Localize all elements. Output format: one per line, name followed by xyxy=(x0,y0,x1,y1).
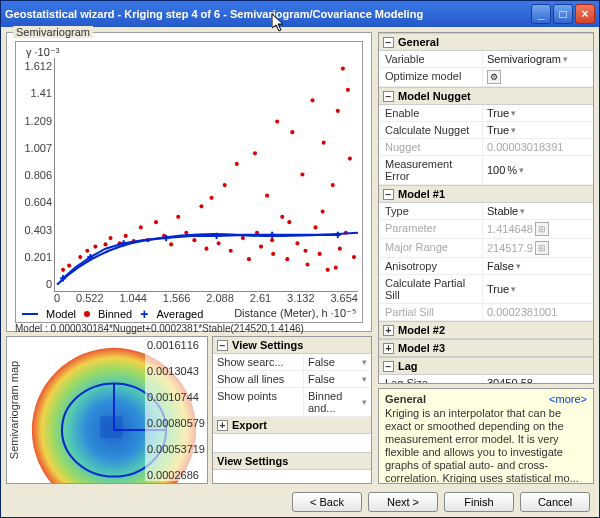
cancel-button[interactable]: Cancel xyxy=(520,492,590,512)
prop-anisotropy[interactable]: AnisotropyFalse▾ xyxy=(379,258,593,275)
next-button[interactable]: Next > xyxy=(368,492,438,512)
svg-point-37 xyxy=(305,262,309,266)
x-axis: 00.5221.0441.5662.0882.613.1323.654 xyxy=(54,292,358,306)
semivariogram-map[interactable]: 0.00161160.00130430.00107440.000805790.0… xyxy=(21,337,207,483)
prop-calc-psill[interactable]: Calculate Partial SillTrue▾ xyxy=(379,275,593,304)
collapse-icon[interactable]: − xyxy=(217,340,228,351)
svg-point-35 xyxy=(295,241,299,245)
svg-point-46 xyxy=(341,66,345,70)
prop-optimize[interactable]: Optimize model⚙ xyxy=(379,68,593,87)
prop-calc-nugget[interactable]: Calculate NuggetTrue▾ xyxy=(379,122,593,139)
setting-row[interactable]: Show pointsBinned and...▾ xyxy=(213,388,371,417)
calculator-icon[interactable]: ⊞ xyxy=(535,241,549,255)
view-settings-title: View Settings xyxy=(232,339,303,351)
svg-point-12 xyxy=(154,220,158,224)
prop-parameter[interactable]: Parameter1.414648⊞ xyxy=(379,220,593,239)
section-nugget[interactable]: −Model Nugget xyxy=(379,87,593,105)
help-more-link[interactable]: <more> xyxy=(549,393,587,405)
svg-point-30 xyxy=(271,252,275,256)
finish-button[interactable]: Finish xyxy=(444,492,514,512)
svg-point-25 xyxy=(241,236,245,240)
svg-point-6 xyxy=(109,236,113,240)
semivariogram-map-panel: Semivariogram map xyxy=(6,336,208,484)
semivariogram-panel: Semivariogram γ ·10⁻³ 1.6121.411.2091.00… xyxy=(6,32,372,332)
svg-point-32 xyxy=(280,215,284,219)
svg-point-34 xyxy=(290,130,294,134)
prop-enable[interactable]: EnableTrue▾ xyxy=(379,105,593,122)
svg-point-38 xyxy=(311,98,315,102)
optimize-button[interactable]: ⚙ xyxy=(487,70,501,84)
x-axis-title: Distance (Meter), h ·10⁻⁵ xyxy=(234,307,356,320)
collapse-icon[interactable]: − xyxy=(383,361,394,372)
y-axis: 1.6121.411.2091.0070.8060.6040.4030.2010 xyxy=(16,58,54,292)
semivariogram-label: Semivariogram xyxy=(13,26,93,38)
svg-point-8 xyxy=(124,234,128,238)
close-button[interactable]: × xyxy=(575,4,595,24)
svg-point-23 xyxy=(229,249,233,253)
svg-rect-74 xyxy=(111,416,122,427)
prop-nugget: Nugget0.00003018391 xyxy=(379,139,593,156)
section-model3[interactable]: +Model #3 xyxy=(379,339,593,357)
setting-row[interactable]: Show searc...False▾ xyxy=(213,354,371,371)
help-title: General xyxy=(385,393,426,405)
chevron-down-icon[interactable]: ▾ xyxy=(362,374,367,384)
svg-point-36 xyxy=(300,172,304,176)
svg-point-53 xyxy=(303,249,307,253)
back-button[interactable]: < Back xyxy=(292,492,362,512)
prop-meas-error[interactable]: Measurement Error100%▾ xyxy=(379,156,593,185)
wizard-buttons: < Back Next > Finish Cancel xyxy=(292,492,590,512)
svg-point-19 xyxy=(204,247,208,251)
svg-point-56 xyxy=(346,88,350,92)
calculator-icon[interactable]: ⊞ xyxy=(535,222,549,236)
collapse-icon[interactable]: − xyxy=(383,37,394,48)
svg-point-39 xyxy=(314,225,318,229)
svg-point-54 xyxy=(321,209,325,213)
chevron-down-icon: ▾ xyxy=(563,54,568,64)
svg-point-0 xyxy=(61,268,65,272)
prop-type[interactable]: TypeStable▾ xyxy=(379,203,593,220)
svg-point-31 xyxy=(275,119,279,123)
maximize-button[interactable]: □ xyxy=(553,4,573,24)
chevron-down-icon[interactable]: ▾ xyxy=(362,357,367,367)
collapse-icon[interactable]: − xyxy=(383,91,394,102)
section-general[interactable]: −General xyxy=(379,33,593,51)
title-bar: Geostatistical wizard - Kriging step 4 o… xyxy=(1,1,599,27)
svg-point-5 xyxy=(103,242,107,246)
svg-point-22 xyxy=(223,183,227,187)
svg-rect-76 xyxy=(111,427,122,438)
collapse-icon[interactable]: − xyxy=(383,189,394,200)
setting-row[interactable]: Show all linesFalse▾ xyxy=(213,371,371,388)
svg-point-18 xyxy=(199,204,203,208)
svg-point-1 xyxy=(67,263,71,267)
section-lag[interactable]: −Lag xyxy=(379,357,593,375)
map-color-values: 0.00161160.00130430.00107440.000805790.0… xyxy=(145,339,207,481)
svg-point-21 xyxy=(217,241,221,245)
prop-variable[interactable]: VariableSemivariogram▾ xyxy=(379,51,593,68)
prop-lag-size[interactable]: Lag Size30450.58 xyxy=(379,375,593,384)
prop-major-range[interactable]: Major Range214517.9⊞ xyxy=(379,239,593,258)
property-grid: −General VariableSemivariogram▾ Optimize… xyxy=(378,32,594,384)
svg-point-48 xyxy=(348,156,352,160)
svg-point-42 xyxy=(326,268,330,272)
export-title: Export xyxy=(232,419,267,431)
expand-icon[interactable]: + xyxy=(217,420,228,431)
svg-point-49 xyxy=(352,255,356,259)
prop-psill: Partial Sill0.0002381001 xyxy=(379,304,593,321)
expand-icon[interactable]: + xyxy=(383,343,394,354)
section-model2[interactable]: +Model #2 xyxy=(379,321,593,339)
svg-point-15 xyxy=(176,215,180,219)
svg-point-29 xyxy=(265,194,269,198)
section-model1[interactable]: −Model #1 xyxy=(379,185,593,203)
svg-point-52 xyxy=(287,220,291,224)
svg-point-28 xyxy=(259,244,263,248)
svg-point-44 xyxy=(336,109,340,113)
semivariogram-plot[interactable] xyxy=(54,58,358,292)
svg-point-10 xyxy=(139,225,143,229)
svg-point-26 xyxy=(247,257,251,261)
expand-icon[interactable]: + xyxy=(383,325,394,336)
minimize-button[interactable]: _ xyxy=(531,4,551,24)
svg-point-45 xyxy=(338,247,342,251)
svg-point-3 xyxy=(85,249,89,253)
svg-point-55 xyxy=(334,266,338,270)
chevron-down-icon[interactable]: ▾ xyxy=(362,397,367,407)
